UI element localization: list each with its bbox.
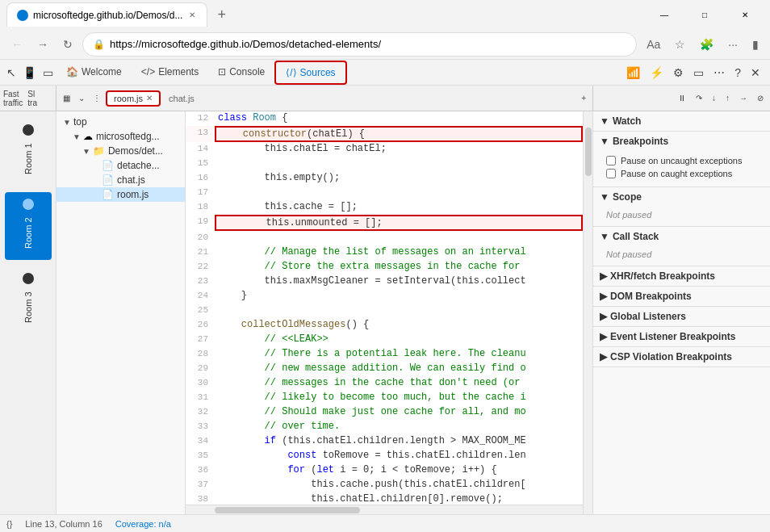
more-button[interactable]: ···: [723, 35, 743, 54]
address-bar[interactable]: 🔒: [82, 32, 637, 57]
tab-console-label: Console: [229, 66, 265, 77]
close-devtools-btn[interactable]: ✕: [747, 63, 764, 82]
deactivate-breakpoints-btn[interactable]: ⊘: [754, 90, 767, 106]
tree-microsoftedge[interactable]: ▼ ☁ microsoftedg...: [56, 129, 185, 144]
step-out-btn[interactable]: ↑: [722, 90, 733, 106]
xhr-arrow: ▶: [600, 270, 607, 282]
dom-breakpoints-header[interactable]: ▶ DOM Breakpoints: [593, 287, 770, 306]
step-into-btn[interactable]: ↓: [709, 90, 719, 106]
global-listeners-section: ▶ Global Listeners: [593, 307, 770, 327]
room-js-tab[interactable]: room.js ✕: [106, 90, 161, 107]
settings-btn[interactable]: ⚙: [670, 63, 687, 82]
tab-welcome[interactable]: 🏠 Welcome: [56, 61, 132, 84]
read-aloud-button[interactable]: Aa: [642, 35, 665, 54]
room-3-label: Room 3: [23, 287, 34, 328]
wifi-icon-btn[interactable]: 📶: [623, 63, 643, 82]
dom-label: DOM Breakpoints: [610, 291, 692, 302]
help-btn[interactable]: ?: [731, 63, 744, 82]
tree-arrow-top: ▼: [63, 118, 71, 127]
room-1-label: Room 1: [23, 139, 34, 179]
code-editor-area: 12 class Room { 13 constructor(chatEl) {…: [186, 111, 583, 514]
source-sidebar-toggle[interactable]: ▦: [60, 90, 73, 106]
tab-console[interactable]: ⊡ Console: [208, 61, 274, 84]
dom-arrow: ▶: [600, 291, 607, 302]
chat-js-tab[interactable]: chat.js: [162, 92, 201, 105]
tab-welcome-label: Welcome: [82, 66, 122, 77]
tree-label-chat-js: chat.js: [117, 174, 145, 186]
device-button[interactable]: 📱: [19, 63, 40, 82]
tree-top[interactable]: ▼ top: [56, 115, 185, 129]
sidebar-button[interactable]: ▮: [747, 35, 764, 54]
call-stack-status: Not paused: [593, 246, 770, 266]
tree-demos[interactable]: ▼ 📁 Demos/det...: [56, 144, 185, 158]
csp-header[interactable]: ▶ CSP Violation Breakpoints: [593, 347, 770, 367]
folder-icon: 📁: [93, 145, 105, 157]
code-line-14: 14 this.chatEl = chatEl;: [186, 142, 583, 157]
url-input[interactable]: [110, 38, 626, 50]
reload-button[interactable]: ↻: [58, 35, 77, 54]
tree-room-js[interactable]: 📄 room.js: [56, 187, 185, 202]
breakpoints-section-header[interactable]: ▼ Breakpoints: [593, 132, 770, 151]
status-bar: {} Line 13, Column 16 Coverage: n/a: [0, 514, 770, 532]
favorites-button[interactable]: ☆: [670, 35, 690, 54]
maximize-button[interactable]: □: [686, 3, 723, 26]
global-listeners-header[interactable]: ▶ Global Listeners: [593, 307, 770, 326]
performance-icon-btn[interactable]: ⚡: [647, 63, 667, 82]
horizontal-scrollbar[interactable]: [186, 505, 583, 514]
fast-traffic-tab[interactable]: Fasttraffic: [3, 90, 23, 107]
inspect-button[interactable]: ↖: [3, 63, 19, 82]
more-devtools-btn[interactable]: ⋯: [710, 63, 728, 82]
tab-elements[interactable]: </> Elements: [132, 61, 208, 84]
tab-close-button[interactable]: ✕: [187, 9, 197, 21]
source-more-btn[interactable]: ⋮: [90, 90, 104, 106]
scrollbar-thumb-h[interactable]: [215, 507, 360, 513]
rooms-top-tabs-area: Fasttraffic Sltra: [0, 86, 56, 111]
sources-panel: ▼ top ▼ ☁ microsoftedg... ▼ 📁 Demos/det.…: [56, 111, 592, 514]
pause-uncaught-row: Pause on uncaught exceptions: [606, 154, 764, 167]
code-line-24: 24 }: [186, 289, 583, 304]
room-3-item[interactable]: Room 3: [5, 266, 52, 334]
split-btn[interactable]: ▭: [690, 63, 707, 82]
scrollbar-thumb-v[interactable]: [585, 128, 592, 176]
sources-icon: ⟨/⟩: [286, 67, 296, 78]
new-source-tab-btn[interactable]: +: [578, 90, 589, 106]
room-2-item[interactable]: Room 2: [5, 192, 52, 260]
rooms-panel: Room 1 Room 2 Room 3: [0, 111, 56, 514]
call-stack-header[interactable]: ▼ Call Stack: [593, 227, 770, 246]
room-1-item[interactable]: Room 1: [5, 118, 52, 186]
room-js-close[interactable]: ✕: [146, 94, 153, 103]
pause-uncaught-checkbox[interactable]: [606, 156, 616, 165]
source-chevron-down[interactable]: ⌄: [75, 90, 88, 106]
tree-arrow-demos: ▼: [82, 147, 90, 156]
tree-chat-js[interactable]: 📄 chat.js: [56, 173, 185, 187]
back-button[interactable]: ←: [6, 35, 27, 54]
watch-section-header[interactable]: ▼ Watch: [593, 111, 770, 131]
code-line-35: 35 const toRemove = this.chatEl.children…: [186, 449, 583, 463]
code-line-38: 38 this.chatEl.children[0].remove();: [186, 492, 583, 505]
new-tab-button[interactable]: +: [211, 3, 232, 27]
code-line-27: 27 // <<LEAK>>: [186, 333, 583, 347]
vertical-scrollbar[interactable]: [583, 111, 592, 514]
dom-breakpoints-section: ▶ DOM Breakpoints: [593, 287, 770, 307]
slow-traffic-tab[interactable]: Sltra: [27, 90, 37, 107]
event-listener-header[interactable]: ▶ Event Listener Breakpoints: [593, 327, 770, 346]
step-btn[interactable]: →: [736, 90, 751, 106]
pause-caught-checkbox[interactable]: [606, 169, 616, 178]
pause-resume-btn[interactable]: ⏸: [675, 90, 689, 106]
close-button[interactable]: ✕: [726, 3, 764, 26]
tab-sources[interactable]: ⟨/⟩ Sources: [274, 61, 346, 85]
pause-caught-label: Pause on caught exceptions: [621, 169, 732, 178]
event-listener-section: ▶ Event Listener Breakpoints: [593, 327, 770, 347]
minimize-button[interactable]: —: [646, 3, 683, 26]
active-tab[interactable]: microsoftedge.github.io/Demos/d... ✕: [6, 2, 207, 27]
xhr-breakpoints-header[interactable]: ▶ XHR/fetch Breakpoints: [593, 266, 770, 286]
step-over-btn[interactable]: ↷: [693, 90, 705, 106]
event-listener-label: Event Listener Breakpoints: [610, 331, 735, 342]
forward-button[interactable]: →: [32, 35, 53, 54]
extensions-button[interactable]: 🧩: [695, 35, 718, 54]
code-editor[interactable]: 12 class Room { 13 constructor(chatEl) {…: [186, 111, 583, 505]
navigation-bar: ← → ↻ 🔒 Aa ☆ 🧩 ··· ▮: [0, 29, 770, 60]
toggle-sidebar-button[interactable]: ▭: [40, 63, 56, 82]
tree-detache[interactable]: 📄 detache...: [56, 158, 185, 173]
scope-section-header[interactable]: ▼ Scope: [593, 187, 770, 207]
